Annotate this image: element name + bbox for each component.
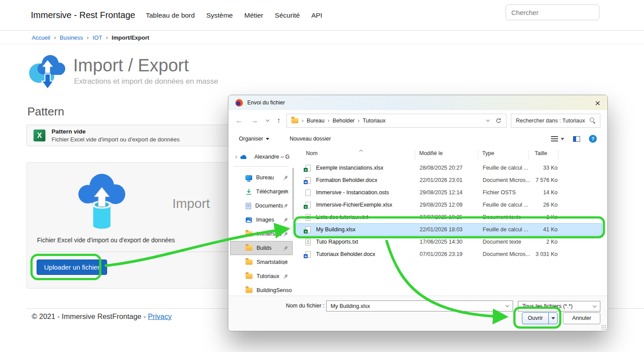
- breadcrumb-iot[interactable]: IOT: [93, 34, 102, 41]
- recent-locations-chevron-icon[interactable]: [266, 118, 269, 122]
- file-row[interactable]: Immersive - Instanciation.osts 29/08/202…: [295, 186, 602, 199]
- view-mode-button[interactable]: [551, 136, 564, 141]
- file-size: 2 Ko: [512, 214, 558, 220]
- open-dropdown-arrow[interactable]: [548, 313, 557, 324]
- sidebar-scrollbar[interactable]: [292, 168, 294, 220]
- privacy-link[interactable]: Privacy: [148, 312, 171, 320]
- refresh-icon[interactable]: [495, 118, 502, 124]
- file-row[interactable]: w Tutoriaux Beholder.docx 07/01/2026 23:…: [295, 248, 602, 260]
- file-row[interactable]: x Immersive-FichierExemple.xlsx 29/08/20…: [295, 199, 602, 211]
- chevron-down-icon[interactable]: [506, 304, 509, 307]
- sidebar-item-label: Immersive: [257, 231, 282, 237]
- nav-item-metier[interactable]: Métier: [244, 11, 263, 19]
- file-name: Immersive - Instanciation.osts: [316, 189, 389, 196]
- dialog-search-box[interactable]: Rechercher dans : Tutoriaux: [511, 114, 600, 128]
- sidebar-item-builds[interactable]: Builds: [230, 241, 293, 255]
- new-folder-label: Nouveau dossier: [290, 136, 331, 142]
- sidebar-divider: [234, 166, 289, 167]
- nav-item-tableau-de-bord[interactable]: Tableau de bord: [146, 11, 195, 19]
- plain-file-icon: [305, 189, 311, 196]
- sidebar-item-bureau[interactable]: Bureau: [230, 170, 293, 185]
- nav-item-securite[interactable]: Sécurité: [275, 11, 300, 19]
- page: Immersive - Rest Frontage Tableau de bor…: [0, 0, 644, 352]
- sidebar-item-smartstation[interactable]: Smartstation: [230, 255, 293, 269]
- forward-icon[interactable]: →: [251, 116, 258, 125]
- global-search-input[interactable]: [506, 4, 599, 20]
- sort-ascending-icon: [359, 150, 363, 153]
- nav-item-api[interactable]: API: [311, 11, 322, 19]
- file-row[interactable]: Tuto Rapports.txt 17/06/2025 14:30 Docum…: [295, 236, 602, 248]
- sidebar-item-tutoriaux[interactable]: Tutoriaux: [230, 269, 293, 283]
- address-bar[interactable]: › Bureau › Beholder › Tutoriaux: [287, 114, 506, 128]
- cancel-button[interactable]: Annuler: [563, 312, 600, 324]
- address-segment-beholder[interactable]: Beholder: [332, 118, 354, 124]
- address-separator: ›: [358, 117, 360, 124]
- file-row[interactable]: x Exemple instanciations.xlsx 28/08/2025…: [295, 162, 602, 174]
- app-brand[interactable]: Immersive - Rest Frontage: [31, 10, 135, 20]
- upload-file-button[interactable]: Uploader un fichier: [37, 259, 107, 275]
- column-header-nom[interactable]: Nom: [306, 150, 317, 156]
- filetype-value: Tous les fichiers (*.*): [522, 303, 573, 309]
- open-split-button[interactable]: Ouvrir: [522, 312, 558, 324]
- file-modified: 22/01/2026 18:03: [420, 226, 462, 233]
- firefox-icon: [235, 99, 243, 107]
- pin-icon: [282, 245, 289, 252]
- breadcrumb-business[interactable]: Business: [60, 34, 83, 41]
- folder-icon: [246, 274, 253, 279]
- filename-combobox[interactable]: My Building.xlsx: [326, 300, 513, 311]
- sidebar-item-immersive[interactable]: Immersive: [230, 227, 293, 241]
- close-icon[interactable]: ×: [595, 98, 600, 107]
- file-upload-dialog: Envoi du fichier × ← → ↑ › Bureau › Beho…: [228, 95, 608, 331]
- footer-copyright: © 2021 - Immersive RestFrontage - Privac…: [32, 312, 172, 321]
- sidebar-item-documents[interactable]: Documents: [230, 199, 293, 213]
- nav-item-systeme[interactable]: Système: [206, 11, 233, 19]
- resize-grip[interactable]: [601, 325, 606, 330]
- onedrive-cloud-icon: [240, 154, 247, 159]
- breadcrumb-separator: ›: [87, 35, 89, 40]
- file-size: 7 576 Ko: [512, 177, 558, 183]
- sidebar-item-label: Bureau: [256, 174, 274, 181]
- column-header-modifie-le[interactable]: Modifié le: [419, 150, 443, 156]
- filetype-select[interactable]: Tous les fichiers (*.*): [518, 301, 600, 311]
- file-row[interactable]: w Formation Beholder.docx 22/01/2026 23:…: [295, 174, 602, 186]
- excel-file-icon: x: [305, 165, 311, 171]
- file-name: Formation Beholder.docx: [316, 177, 377, 183]
- file-row-my-building-selected[interactable]: x My Building.xlsx 22/01/2026 18:03 Feui…: [295, 223, 602, 236]
- file-modified: 28/08/2025 20:27: [420, 165, 462, 171]
- preview-pane-icon[interactable]: [573, 136, 580, 142]
- folder-icon: [246, 245, 253, 251]
- cloud-upload-icon: [71, 169, 133, 236]
- sidebar-item-label: Builds: [257, 245, 272, 251]
- page-title: Import / Export: [73, 56, 189, 75]
- expander-chevron-icon[interactable]: [234, 155, 237, 158]
- address-dropdown-chevron-icon[interactable]: [486, 118, 490, 122]
- sidebar-item-images[interactable]: Images: [230, 213, 293, 227]
- import-label: Import: [172, 196, 210, 211]
- file-name: Liste des tutoriaux.txt: [316, 214, 368, 220]
- file-modified: 22/01/2026 23:01: [420, 177, 462, 183]
- file-name: Immersive-FichierExemple.xlsx: [316, 202, 392, 208]
- back-icon[interactable]: ←: [235, 116, 243, 125]
- file-row[interactable]: Liste des tutoriaux.txt 07/07/2025 10:25…: [295, 211, 602, 223]
- up-icon[interactable]: ↑: [277, 116, 281, 125]
- organize-menu[interactable]: Organiser: [239, 136, 269, 142]
- search-icon: [590, 118, 596, 123]
- import-description: Fichier Excel vide d'import ou d'export …: [37, 237, 175, 244]
- column-header-type[interactable]: Type: [482, 150, 494, 156]
- dialog-titlebar[interactable]: Envoi du fichier ×: [228, 95, 607, 110]
- address-segment-tutoriaux[interactable]: Tutoriaux: [363, 118, 386, 124]
- file-list: Nom Modifié le Type Taille x Exemple ins…: [294, 147, 607, 296]
- chevron-down-icon[interactable]: [593, 304, 596, 307]
- column-header-taille[interactable]: Taille: [535, 150, 547, 156]
- file-name: Tutoriaux Beholder.docx: [316, 251, 375, 257]
- list-view-icon: [551, 136, 558, 141]
- sidebar-item-onedrive[interactable]: Alexandre – Gra: [228, 151, 294, 163]
- cloud-import-export-icon: [26, 48, 70, 93]
- breadcrumb-accueil[interactable]: Accueil: [32, 34, 50, 41]
- dialog-body: Alexandre – Gra Bureau Téléchargem: [228, 147, 607, 296]
- help-icon[interactable]: ?: [589, 135, 597, 143]
- new-folder-button[interactable]: Nouveau dossier: [290, 136, 331, 142]
- address-segment-bureau[interactable]: Bureau: [307, 118, 324, 124]
- open-button[interactable]: Ouvrir: [522, 313, 548, 324]
- sidebar-item-telechargements[interactable]: Téléchargem: [230, 185, 293, 199]
